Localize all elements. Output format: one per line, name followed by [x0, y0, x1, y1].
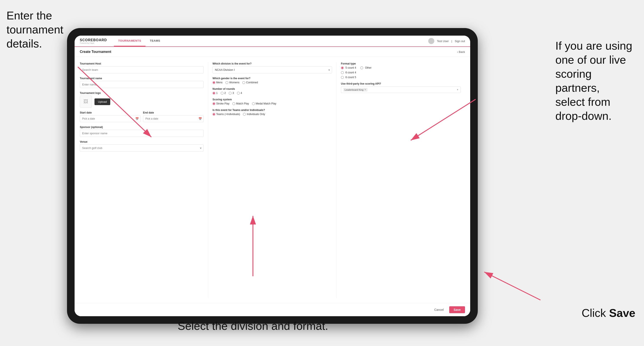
gender-womens-label: Womens [229, 81, 239, 84]
individuals-only-option[interactable]: Individuals Only [243, 113, 265, 116]
format-other-option[interactable]: Other [360, 66, 372, 69]
teams-plus-label: Teams (+Individuals) [216, 113, 240, 116]
scoring-medal-radio[interactable] [252, 102, 255, 105]
rounds-3-option[interactable]: 3 [229, 92, 234, 95]
division-label: Which division is the event for? [212, 62, 332, 65]
format-6count5-radio[interactable] [341, 76, 344, 79]
format-6count4-label: 6 count 4 [346, 71, 356, 74]
logo-placeholder: 🖼 [80, 96, 92, 108]
individuals-only-label: Individuals Only [247, 113, 265, 116]
teams-plus-radio[interactable] [212, 113, 215, 116]
logo-area: SCOREBOARD Powered by Clippit [80, 38, 107, 44]
sign-out-link[interactable]: Sign out [455, 39, 465, 43]
tournament-logo-group: Tournament logo 🖼 Upload [80, 92, 204, 108]
app-container: SCOREBOARD Powered by Clippit TOURNAMENT… [74, 36, 470, 316]
scoring-group: Scoring system Stroke Play Match Play [212, 98, 332, 105]
gender-mens-label: Mens [216, 81, 222, 84]
format-other-label: Other [365, 66, 372, 69]
app-main: Create Tournament ‹ Back Tournament Host [74, 47, 470, 316]
start-date-wrapper [80, 115, 140, 122]
rounds-group: Number of rounds 1 2 [212, 87, 332, 95]
format-6count4-option[interactable]: 6 count 4 [341, 71, 356, 74]
gender-group: Which gender is the event for? Mens Wome… [212, 77, 332, 84]
logo-upload-area: 🖼 Upload [80, 96, 204, 108]
tablet-screen: SCOREBOARD Powered by Clippit TOURNAMENT… [74, 36, 470, 316]
rounds-1-option[interactable]: 1 [212, 92, 218, 95]
format-col-right: Other [360, 66, 372, 79]
tournament-name-label: Tournament name [80, 77, 204, 80]
save-button[interactable]: Save [449, 306, 465, 313]
back-link[interactable]: ‹ Back [457, 50, 465, 53]
individuals-only-radio[interactable] [243, 113, 246, 116]
sponsor-input[interactable] [80, 130, 204, 137]
svg-line-5 [484, 272, 540, 300]
teams-plus-individuals-option[interactable]: Teams (+Individuals) [212, 113, 240, 116]
sponsor-group: Sponsor (optional) [80, 126, 204, 137]
tournament-logo-label: Tournament logo [80, 92, 204, 95]
panel-footer: Cancel Save [74, 303, 470, 316]
rounds-1-radio[interactable] [212, 92, 215, 95]
api-field[interactable]: Leaderboard King ✕ ▾ [341, 86, 461, 93]
gender-combined-radio[interactable] [242, 81, 245, 84]
annotation-division-format: Select the division and format. [177, 319, 328, 333]
rounds-2-option[interactable]: 2 [221, 92, 226, 95]
teams-radio-group: Teams (+Individuals) Individuals Only [212, 113, 332, 116]
panel-body: Tournament Host Tournament name Tourname… [74, 57, 470, 303]
gender-combined-option[interactable]: Combined [242, 81, 258, 84]
format-5count4-option[interactable]: 5 count 4 [341, 66, 356, 69]
upload-button[interactable]: Upload [94, 98, 110, 105]
logo-sub: Powered by Clippit [80, 42, 107, 44]
format-6count4-radio[interactable] [341, 71, 344, 74]
date-fields-group: Start date End date [80, 111, 204, 122]
gender-womens-radio[interactable] [226, 81, 228, 84]
rounds-4-radio[interactable] [237, 92, 240, 95]
rounds-4-option[interactable]: 4 [237, 92, 242, 95]
scoring-match-radio[interactable] [232, 102, 235, 105]
venue-input[interactable] [80, 144, 204, 152]
format-6count5-option[interactable]: 6 count 5 [341, 76, 356, 79]
end-date-input[interactable] [143, 115, 204, 122]
gender-mens-option[interactable]: Mens [212, 81, 222, 84]
rounds-radio-group: 1 2 3 [212, 92, 332, 95]
tab-tournaments[interactable]: TOURNAMENTS [114, 36, 146, 46]
api-group: Use third-party live scoring API? Leader… [341, 82, 461, 93]
scoring-match-option[interactable]: Match Play [232, 102, 249, 105]
format-5count4-label: 5 count 4 [346, 66, 356, 69]
start-date-input[interactable] [80, 115, 140, 122]
teams-label: Is this event for Teams and/or Individua… [212, 109, 332, 112]
scoring-stroke-label: Stroke Play [216, 102, 229, 105]
tournament-name-group: Tournament name [80, 77, 204, 88]
tablet-shell: SCOREBOARD Powered by Clippit TOURNAMENT… [67, 28, 478, 324]
tournament-host-input[interactable] [80, 66, 204, 73]
start-date-label: Start date [80, 111, 140, 114]
tournament-name-input[interactable] [80, 81, 204, 88]
rounds-2-label: 2 [224, 92, 226, 95]
scoring-stroke-radio[interactable] [212, 102, 215, 105]
cancel-button[interactable]: Cancel [431, 306, 447, 313]
header-right: Test User | Sign out [428, 38, 465, 44]
tab-teams[interactable]: TEAMS [146, 36, 164, 46]
save-bold-text: Save [609, 307, 635, 319]
app-header: SCOREBOARD Powered by Clippit TOURNAMENT… [74, 36, 470, 47]
scoring-medal-option[interactable]: Medal Match Play [252, 102, 276, 105]
venue-group: Venue [80, 140, 204, 152]
format-5count4-radio[interactable] [341, 66, 344, 69]
gender-womens-option[interactable]: Womens [226, 81, 239, 84]
gender-mens-radio[interactable] [212, 81, 215, 84]
create-tournament-panel: Create Tournament ‹ Back Tournament Host [74, 47, 470, 316]
scoring-medal-label: Medal Match Play [256, 102, 276, 105]
division-select[interactable]: NCAA Division I [212, 66, 332, 73]
division-group: Which division is the event for? NCAA Di… [212, 62, 332, 73]
rounds-1-label: 1 [216, 92, 218, 95]
gender-combined-label: Combined [246, 81, 258, 84]
api-clear-button[interactable]: ✕ [364, 88, 366, 91]
format-other-radio[interactable] [360, 66, 363, 69]
rounds-3-radio[interactable] [229, 92, 232, 95]
gender-radio-group: Mens Womens Combined [212, 81, 332, 84]
gender-label: Which gender is the event for? [212, 77, 332, 80]
scoring-stroke-option[interactable]: Stroke Play [212, 102, 229, 105]
api-label: Use third-party live scoring API? [341, 82, 461, 85]
rounds-2-radio[interactable] [221, 92, 224, 95]
rounds-3-label: 3 [232, 92, 234, 95]
scoring-radio-group: Stroke Play Match Play Medal Match Play [212, 102, 332, 105]
